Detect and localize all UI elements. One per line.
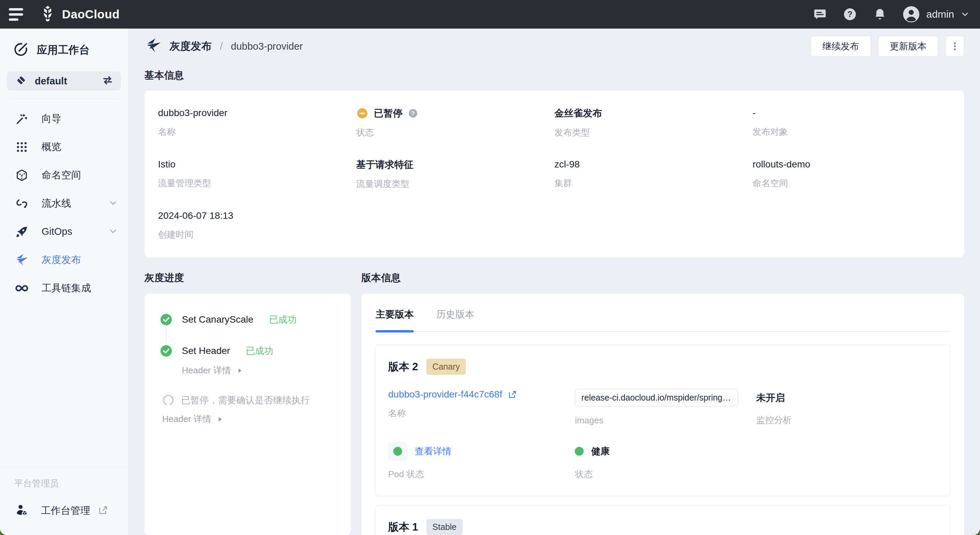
sidebar-footer-divider [0,467,128,467]
field-label: 集群 [554,177,752,189]
field-label: 状态 [356,127,554,138]
sidebar-item-gitops[interactable]: GitOps [0,217,128,246]
status-value: 已暂停 [374,107,402,120]
versions-title: 版本信息 [361,271,964,285]
svg-text:?: ? [411,110,415,117]
image-chip[interactable]: release-ci.daocloud.io/mspider/spring-du… [575,389,738,406]
avatar [902,5,920,23]
user-menu[interactable]: admin [902,5,970,23]
brand-name: DaoCloud [62,8,119,21]
canary-tag: Canary [426,359,466,375]
field-label: 发布类型 [554,127,752,138]
progress-title: 灰度进度 [145,271,351,285]
cell-label: Pod 状态 [388,468,575,480]
breadcrumb: 灰度发布 / dubbo3-provider [145,37,303,56]
project-selector[interactable]: default [7,71,121,90]
step-status: 已成功 [246,345,274,357]
field-value: dubbo3-provider [158,107,356,119]
version-title: 版本 2 [388,360,418,374]
workspace-header: 应用工作台 [0,41,128,59]
version-name-link[interactable]: dubbo3-provider-f44c7c68f [388,389,575,400]
help-icon[interactable]: ? [842,7,858,22]
admin-user-icon [14,503,29,519]
tab-track [375,331,951,332]
versions-column: 版本信息 主要版本 历史版本 版本 2 Canary [361,271,964,535]
check-circle-icon [159,344,173,358]
tab-main-versions[interactable]: 主要版本 [375,308,414,331]
sidebar-item-wizard[interactable]: 向导 [0,105,128,133]
field-label: 发布对象 [752,126,951,138]
tab-history-versions[interactable]: 历史版本 [436,308,474,331]
sidebar-item-label: 流水线 [41,197,71,210]
sidebar-nav: 向导 概览 [0,102,128,302]
sidebar-item-label: 向导 [41,112,61,125]
sidebar-item-label: 工具链集成 [41,281,91,295]
pending-step: 已暂停，需要确认是否继续执行 [162,394,337,406]
breadcrumb-section[interactable]: 灰度发布 [170,39,212,54]
pod-status-cell: 查看详情 Pod 状态 [388,442,575,480]
infinity-icon [14,281,29,295]
basic-info-title: 基本信息 [145,69,964,83]
detail-label: Header 详情 [162,413,212,425]
chevron-down-icon [108,198,118,209]
step-connector [166,329,167,341]
version-title: 版本 1 [388,520,418,534]
svg-text:?: ? [848,10,853,19]
header-actions: 继续发布 更新版本 [810,36,964,57]
view-details-link[interactable]: 查看详情 [415,445,452,457]
main-content: 灰度发布 / dubbo3-provider 继续发布 更新版本 基本信息 du… [129,29,980,535]
pending-circle-icon [162,394,174,406]
field-label: 流量调度类型 [356,178,554,190]
sidebar-item-namespace[interactable]: 命名空间 [0,161,128,189]
sidebar-item-toolchain[interactable]: 工具链集成 [0,274,128,302]
sidebar-footer: 平台管理员 工作台管理 [0,467,128,535]
cell-label: 监控分析 [756,414,937,426]
field-value: zcl-98 [554,158,752,170]
version-card-1: 版本 1 Stable dubbo3-provider-5d96bf8bbd 名 [375,505,951,535]
grid-dots-icon [14,141,29,154]
images-cell: release-ci.daocloud.io/mspider/spring-du… [575,389,756,426]
check-circle-icon [159,313,173,326]
switch-project-icon[interactable] [101,74,114,88]
help-circle-icon[interactable]: ? [408,108,418,118]
pod-status-dot [388,442,407,461]
sidebar-item-canary-release[interactable]: 灰度发布 [0,246,128,274]
chevron-down-icon [960,10,970,19]
step-status: 已成功 [269,313,297,326]
brand[interactable]: DaoCloud [39,5,119,24]
menu-toggle-icon[interactable] [9,8,24,21]
sidebar-item-overview[interactable]: 概览 [0,133,128,161]
basic-info-card: dubbo3-provider 名称 已暂停 ? 状态 金丝雀发布 发布类型 [145,90,964,258]
notifications-bell-icon[interactable] [872,7,888,22]
bird-icon [14,253,29,267]
cube-icon [14,168,29,182]
update-version-button[interactable]: 更新版本 [878,36,939,57]
sidebar-item-pipeline[interactable]: 流水线 [0,189,128,217]
continue-release-button[interactable]: 继续发布 [810,36,871,57]
sidebar-item-workbench-manage[interactable]: 工作台管理 [0,495,128,526]
chevron-down-icon [108,226,118,238]
active-tab-indicator [375,330,414,332]
field-value: rollouts-demo [752,158,951,170]
progress-step: Set CanaryScale 已成功 [159,313,337,326]
version-name: dubbo3-provider-f44c7c68f [388,389,502,400]
role-label: 平台管理员 [0,478,128,489]
health-value: 健康 [591,445,609,457]
monitor-value: 未开启 [756,389,937,407]
wand-icon [14,112,29,125]
external-link-icon [508,390,517,399]
field-cluster: zcl-98 集群 [554,158,752,190]
header-detail-toggle[interactable]: Header 详情 [182,365,337,376]
sidebar-item-label: 工作台管理 [41,504,90,518]
app-window: DaoCloud ? [0,0,980,535]
workspace-title: 应用工作台 [37,43,89,57]
sidebar-item-label: 灰度发布 [41,253,81,267]
stable-tag: Stable [426,519,463,535]
messages-icon[interactable] [813,7,827,22]
header-detail-toggle[interactable]: Header 详情 [162,413,337,425]
more-actions-button[interactable] [945,36,964,57]
top-bar: DaoCloud ? [0,0,980,29]
paused-status-icon [356,107,368,119]
kebab-icon [950,41,960,52]
detail-label: Header 详情 [182,365,231,376]
